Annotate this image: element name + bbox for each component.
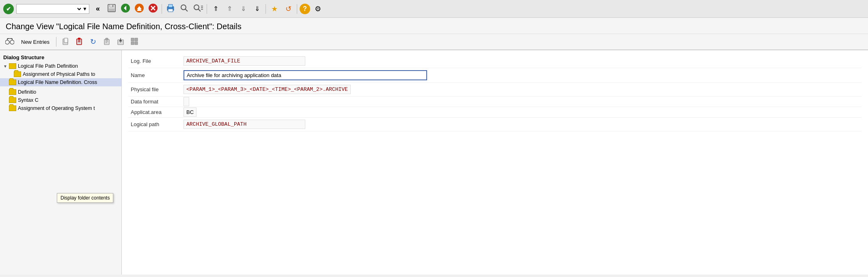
folder-icon-4 (9, 97, 16, 103)
copy-button[interactable] (60, 36, 71, 47)
folder-open-icon (9, 63, 16, 69)
svg-rect-15 (172, 7, 173, 8)
paste-icon (103, 37, 111, 47)
log-file-value: ARCHIVE_DATA_FILE (181, 54, 862, 68)
svg-rect-35 (78, 38, 80, 40)
svg-rect-44 (135, 38, 138, 41)
data-format-field (184, 97, 189, 106)
sidebar-item-definitio[interactable]: Definitio (0, 88, 121, 96)
move-first-icon: ⇑ (213, 5, 218, 13)
sidebar-item-label: Syntax C (18, 97, 39, 103)
find-icon (180, 4, 189, 14)
find-all-icon (193, 4, 203, 14)
log-file-row: Log. File ARCHIVE_DATA_FILE (128, 54, 862, 68)
expand-placeholder2 (3, 80, 7, 85)
refresh-button[interactable]: ↺ (282, 3, 294, 15)
logical-path-row: Logical path ARCHIVE_GLOBAL_PATH (128, 118, 862, 131)
find-button[interactable] (178, 3, 190, 15)
page-title: Change View "Logical File Name Definitio… (0, 18, 868, 34)
name-row: Name (128, 68, 862, 83)
physical-file-value: <PARAM_1>_<PARAM_3>_<DATE>_<TIME>_<PARAM… (181, 83, 862, 97)
folder-icon-3 (9, 89, 16, 95)
sidebar: Dialog Structure ▼ Logical File Path Def… (0, 50, 122, 275)
paste-button[interactable] (101, 36, 112, 47)
top-toolbar: ✔ ▼ « (0, 0, 868, 18)
move-last-icon: ⇓ (255, 5, 260, 13)
sidebar-item-assignment-physical[interactable]: Assignment of Physical Paths to (0, 70, 121, 78)
name-input[interactable] (184, 70, 427, 80)
physical-file-row: Physical file <PARAM_1>_<PARAM_3>_<DATE>… (128, 83, 862, 97)
svg-rect-2 (109, 9, 114, 11)
sep4 (297, 4, 297, 14)
svg-rect-14 (168, 9, 173, 12)
folder-icon-5 (9, 105, 16, 111)
bookmark-icon: ★ (271, 4, 278, 13)
sidebar-item-label: Assignment of Physical Paths to (23, 71, 95, 77)
sidebar-item-assignment-os[interactable]: Assignment of Operating System t (0, 104, 121, 112)
expand-placeholder4 (3, 98, 7, 103)
sep3 (266, 4, 266, 14)
expand-arrow-icon: ▼ (3, 64, 7, 69)
sidebar-item-label: Assignment of Operating System t (18, 105, 95, 111)
physical-file-label: Physical file (128, 83, 181, 97)
sidebar-item-syntax[interactable]: Syntax C (0, 96, 121, 104)
save-button[interactable] (106, 3, 118, 15)
data-format-row: Data format (128, 97, 862, 107)
delete-flag-button[interactable] (73, 36, 85, 47)
physical-file-field: <PARAM_1>_<PARAM_3>_<DATE>_<TIME>_<PARAM… (184, 85, 351, 94)
svg-rect-37 (106, 38, 108, 40)
svg-rect-45 (131, 42, 134, 45)
name-value[interactable] (181, 68, 862, 83)
up-orange-button[interactable] (133, 3, 145, 15)
svg-rect-43 (131, 38, 134, 41)
sidebar-item-logical-file-name[interactable]: Logical File Name Definition. Cross (0, 78, 121, 86)
data-format-label: Data format (128, 97, 181, 107)
print-button[interactable] (164, 3, 177, 15)
sep2 (207, 4, 207, 14)
tooltip-popup: Display folder contents (57, 193, 113, 203)
details-grid-icon (130, 37, 138, 47)
back-green-button[interactable] (119, 3, 132, 15)
sidebar-item-logical-file-path[interactable]: ▼ Logical File Path Definition (0, 62, 121, 70)
bookmark-button[interactable]: ★ (268, 3, 281, 15)
folder-active-icon (9, 79, 16, 85)
cancel-button[interactable] (147, 3, 159, 15)
sep1 (162, 4, 162, 14)
svg-rect-31 (64, 38, 68, 43)
print-icon (166, 4, 175, 14)
name-label: Name (128, 68, 181, 83)
svg-line-17 (185, 9, 188, 11)
applicat-area-label: Applicat.area (128, 107, 181, 118)
applicat-area-field: BC (184, 107, 196, 117)
save-icon (107, 4, 116, 14)
undo-button[interactable]: ↺ (87, 36, 99, 47)
expand-placeholder (8, 72, 12, 77)
page-down-button[interactable]: ⇓ (237, 3, 249, 15)
new-entries-button[interactable]: New Entries (18, 38, 53, 46)
find-all-button[interactable] (192, 3, 204, 15)
command-select[interactable] (18, 6, 82, 12)
details-grid-button[interactable] (129, 36, 140, 47)
svg-point-23 (5, 40, 9, 44)
tooltip-text: Display folder contents (60, 195, 110, 201)
command-dropdown[interactable]: ▼ (16, 4, 89, 14)
secondary-toolbar: New Entries ↺ (0, 34, 868, 50)
active-check-button[interactable]: ✔ (2, 3, 15, 15)
binoculars-button[interactable] (4, 36, 15, 47)
binoculars-icon (5, 38, 14, 46)
svg-line-19 (198, 9, 201, 11)
help-button[interactable]: ? (300, 4, 310, 14)
sidebar-item-label: Definitio (18, 89, 36, 95)
export-button[interactable] (115, 36, 126, 47)
sec-sep1 (56, 37, 56, 47)
move-first-button[interactable]: ⇑ (209, 3, 222, 15)
back-double-button[interactable]: « (92, 3, 104, 15)
logical-path-label: Logical path (128, 118, 181, 131)
move-last-button[interactable]: ⇓ (251, 3, 263, 15)
sidebar-item-label: Logical File Name Definition. Cross (18, 79, 97, 85)
data-format-value[interactable] (181, 97, 862, 107)
copy-icon (61, 37, 69, 47)
settings-button[interactable]: ⚙ (312, 3, 324, 15)
new-entries-label: New Entries (21, 39, 50, 45)
page-up-button[interactable]: ⇑ (223, 3, 235, 15)
